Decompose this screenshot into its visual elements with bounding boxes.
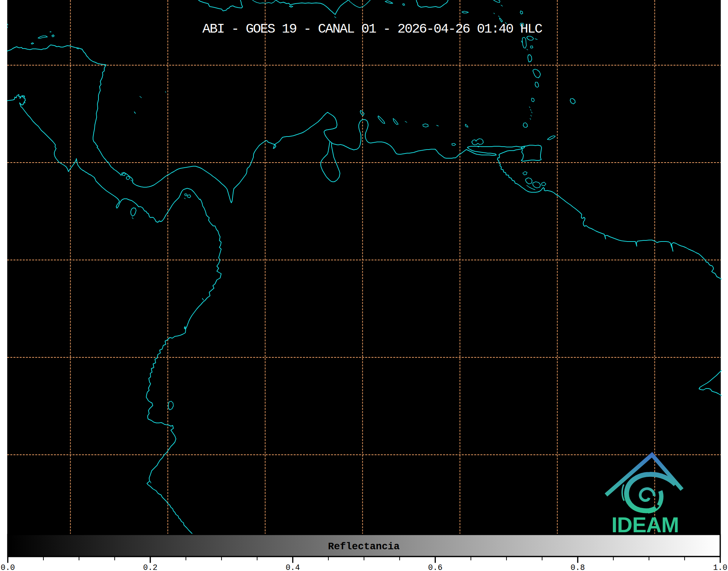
svg-text:0.0: 0.0 xyxy=(1,563,15,571)
svg-text:1.0: 1.0 xyxy=(713,563,728,571)
svg-text:IDEAM: IDEAM xyxy=(611,513,679,537)
svg-text:0.4: 0.4 xyxy=(286,563,300,571)
svg-text:ABI - GOES 19 - CANAL 01 - 202: ABI - GOES 19 - CANAL 01 - 2026-04-26 01… xyxy=(202,21,542,37)
svg-text:Reflectancia: Reflectancia xyxy=(328,541,400,552)
svg-text:0.8: 0.8 xyxy=(571,563,585,571)
svg-text:0.2: 0.2 xyxy=(143,563,157,571)
svg-text:0.6: 0.6 xyxy=(428,563,442,571)
